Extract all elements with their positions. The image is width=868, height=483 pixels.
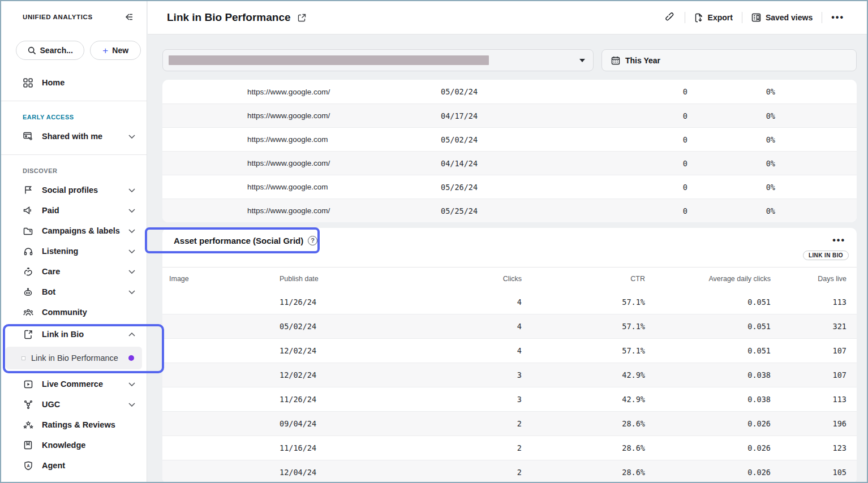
- cell-publish-date: 05/26/24: [441, 183, 601, 192]
- link-in-bio-phone-icon: [23, 330, 33, 339]
- sidebar: UNIFIED ANALYTICS Search... + New: [1, 1, 147, 482]
- cell-clicks: 4: [427, 322, 523, 331]
- table-row[interactable]: https://www.google.com 05/02/24 0 0% 0 3…: [162, 127, 857, 151]
- cell-clicks: 0: [601, 159, 689, 168]
- cell-url: https://www.google.com/: [247, 88, 441, 96]
- cell-publish-date: 05/02/24: [441, 135, 601, 144]
- sidebar-item-community-label: Community: [42, 308, 135, 317]
- dropdown-caret-icon: [579, 59, 585, 62]
- sidebar-item-ratings-reviews[interactable]: Ratings & Reviews: [1, 415, 147, 435]
- table-row[interactable]: https://www.google.com/ 04/17/24 0 0% 0 …: [162, 104, 857, 127]
- cell-ctr: 42.9%: [523, 395, 646, 404]
- redacted-filter-value: [169, 55, 489, 65]
- cell-publish-date: 12/04/24: [280, 468, 427, 477]
- cell-clicks: 0: [601, 183, 689, 192]
- table-row[interactable]: https://www.google.com/ 05/25/24 0 0% 0 …: [162, 199, 857, 222]
- header-kebab-menu[interactable]: •••: [831, 12, 844, 23]
- cell-average-daily-clicks: 0.038: [646, 395, 772, 404]
- divider: [685, 12, 685, 23]
- chevron-down-icon: [128, 403, 135, 407]
- table-row[interactable]: https://www.google.com/ 05/02/24 0 0% 0 …: [162, 80, 857, 104]
- brand-logo: UNIFIED ANALYTICS: [23, 14, 93, 20]
- megaphone-icon: [23, 206, 33, 215]
- sidebar-item-agent[interactable]: A Agent: [1, 455, 147, 476]
- asset-card-kebab-menu[interactable]: •••: [832, 235, 845, 245]
- chevron-down-icon: [128, 209, 135, 213]
- sidebar-item-community[interactable]: Community: [1, 302, 147, 322]
- sidebar-item-ratings-reviews-label: Ratings & Reviews: [42, 420, 135, 429]
- new-button-label: New: [112, 46, 128, 55]
- table-row[interactable]: 12/04/24 2 28.6% 0.026 105: [162, 460, 857, 483]
- collapse-sidebar-icon[interactable]: [124, 12, 134, 21]
- sidebar-item-paid[interactable]: Paid: [1, 200, 147, 221]
- care-hand-icon: [23, 267, 33, 276]
- asset-performance-title: Asset performance (Social Grid) ?: [174, 236, 317, 245]
- sidebar-item-link-in-bio[interactable]: Link in Bio: [1, 324, 147, 344]
- copy-link-icon[interactable]: [665, 12, 676, 23]
- sidebar-item-listening[interactable]: Listening: [1, 241, 147, 261]
- cell-publish-date: 12/02/24: [280, 370, 427, 380]
- table-row[interactable]: 11/26/24 3 42.9% 0.038 113: [162, 387, 857, 411]
- sidebar-item-social-profiles[interactable]: Social profiles: [1, 180, 147, 200]
- sidebar-item-bot[interactable]: Bot: [1, 282, 147, 302]
- cell-publish-date: 12/02/24: [280, 346, 427, 355]
- search-button-label: Search...: [40, 46, 73, 55]
- cell-ctr: 57.1%: [523, 322, 646, 331]
- sidebar-subitem-link-in-bio-performance[interactable]: Link in Bio Performance: [6, 347, 142, 369]
- column-header-image[interactable]: Image: [162, 275, 280, 283]
- cell-url: https://www.google.com/: [247, 111, 441, 120]
- search-button[interactable]: Search...: [16, 41, 84, 60]
- sidebar-subitem-link-in-bio-performance-label: Link in Bio Performance: [31, 353, 123, 363]
- sidebar-item-care[interactable]: Care: [1, 261, 147, 282]
- sidebar-item-listening-label: Listening: [42, 247, 120, 256]
- chevron-down-icon: [128, 249, 135, 253]
- column-header-ctr[interactable]: CTR: [523, 275, 646, 283]
- table-row[interactable]: 05/02/24 4 57.1% 0.051 321: [162, 314, 857, 338]
- table-row[interactable]: 12/02/24 3 42.9% 0.038 107: [162, 363, 857, 387]
- asset-performance-table: 11/26/24 4 57.1% 0.051 113 05/02/24 4 57…: [162, 290, 857, 483]
- table-row[interactable]: https://www.google.com 05/26/24 0 0% 0 2…: [162, 175, 857, 199]
- column-header-days-live[interactable]: Days live: [772, 275, 857, 283]
- headphones-icon: [23, 247, 33, 256]
- sidebar-item-home[interactable]: Home: [1, 72, 147, 93]
- sidebar-item-live-commerce[interactable]: Live Commerce: [1, 374, 147, 394]
- page-title: Link in Bio Performance: [167, 11, 306, 24]
- cell-ctr: 57.1%: [523, 346, 646, 355]
- chevron-up-icon: [128, 333, 135, 337]
- folder-tag-icon: [23, 227, 33, 235]
- sidebar-item-live-commerce-label: Live Commerce: [42, 380, 120, 389]
- new-button[interactable]: + New: [90, 41, 141, 60]
- column-header-average-daily-clicks[interactable]: Average daily clicks: [646, 275, 772, 283]
- sidebar-item-paid-label: Paid: [42, 206, 120, 215]
- filter-bar: This Year: [148, 34, 867, 71]
- table-row[interactable]: 11/16/24 2 28.6% 0.026 123: [162, 435, 857, 460]
- table-row[interactable]: 09/04/24 2 28.6% 0.026 196: [162, 411, 857, 435]
- help-icon[interactable]: ?: [308, 236, 317, 245]
- saved-views-button[interactable]: Saved views: [751, 13, 813, 22]
- sidebar-item-campaigns-labels[interactable]: Campaigns & labels: [1, 221, 147, 241]
- chevron-down-icon: [128, 382, 135, 386]
- page-title-text: Link in Bio Performance: [167, 11, 291, 24]
- column-header-publish-date[interactable]: Publish date: [280, 275, 427, 283]
- cell-publish-date: 04/17/24: [441, 111, 601, 120]
- cell-days-live: 123: [772, 443, 857, 452]
- sidebar-item-shared-with-me[interactable]: Shared with me: [1, 126, 147, 146]
- chevron-down-icon: [128, 290, 135, 294]
- filter-dropdown[interactable]: [162, 49, 594, 71]
- sidebar-item-knowledge[interactable]: Knowledge: [1, 435, 147, 455]
- export-button[interactable]: Export: [694, 13, 733, 23]
- table-row[interactable]: https://www.google.com/ 04/14/24 0 0% 0 …: [162, 151, 857, 175]
- column-header-clicks[interactable]: Clicks: [427, 275, 523, 283]
- divider: [822, 12, 822, 23]
- table-row[interactable]: 11/26/24 4 57.1% 0.051 113: [162, 290, 857, 314]
- chevron-down-icon: [128, 135, 135, 139]
- open-external-icon[interactable]: [298, 14, 306, 22]
- search-icon: [28, 46, 36, 55]
- table-row[interactable]: 12/02/24 4 57.1% 0.051 107: [162, 338, 857, 363]
- sidebar-item-ugc[interactable]: UGC: [1, 394, 147, 415]
- ugc-network-icon: [23, 400, 33, 409]
- date-range-picker[interactable]: This Year: [601, 49, 857, 71]
- asset-table-header-row: Image Publish date Clicks CTR Average da…: [162, 267, 857, 290]
- sidebar-item-campaigns-labels-label: Campaigns & labels: [42, 226, 120, 235]
- cell-clicks: 0: [601, 87, 689, 96]
